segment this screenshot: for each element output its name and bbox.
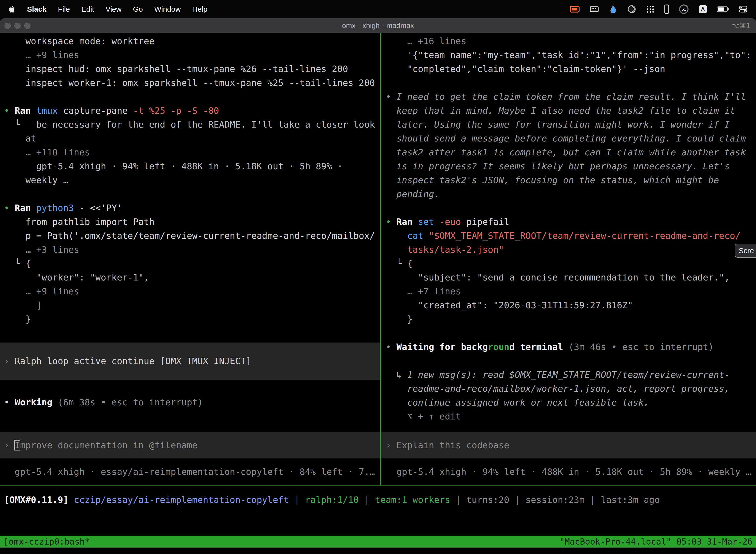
working-label: Working — [15, 397, 58, 407]
menu-edit[interactable]: Edit — [76, 5, 100, 13]
working-status-line: • Working (6m 38s • esc to interrupt) — [4, 395, 380, 409]
command-string: "$OMX_TEAM_STATE_ROOT/team/review-curren… — [429, 231, 740, 241]
composer-input[interactable]: › Improve documentation in @filename — [0, 432, 380, 458]
output-line: inspect_worker-1: omx sparkshell --tmux-… — [4, 76, 380, 90]
tmux-pane-left[interactable]: workspace_mode: worktree … +9 lines insp… — [0, 33, 380, 485]
menu-view[interactable]: View — [100, 5, 127, 13]
composer-placeholder: Explain this codebase — [396, 440, 509, 450]
menu-file[interactable]: File — [52, 5, 75, 13]
mailbox-message-line: continue assigned work or next feasible … — [386, 396, 756, 409]
droplet-icon[interactable] — [609, 5, 618, 14]
window-title-bar[interactable]: omx --xhigh --madmax ⌥⌘1 — [0, 18, 756, 33]
menu-window[interactable]: Window — [148, 5, 187, 13]
app-menu-slack[interactable]: Slack — [21, 5, 52, 13]
separator: | — [359, 495, 375, 505]
command-name: python3 — [36, 203, 79, 213]
composer-input[interactable]: › Explain this codebase — [381, 432, 756, 458]
output-line: inspect_hud: omx sparkshell --tmux-pane … — [4, 62, 380, 76]
ellipsis-line: … +110 lines — [4, 146, 380, 159]
ellipsis-line: … +7 lines — [386, 284, 756, 298]
result-line: weekly … — [4, 173, 380, 187]
ran-label: Ran — [396, 217, 418, 227]
command-arg: - <<'PY' — [79, 203, 122, 213]
omx-project-path: cczip/essay/ai-reimplementation-copyleft — [74, 495, 289, 505]
tmux-host-clock: "MacBook-Pro-44.local" 05:03 31-Mar-26 — [560, 535, 753, 549]
window-title: omx --xhigh --madmax — [0, 21, 756, 30]
waiting-status-line: • Waiting for background terminal (3m 46… — [386, 340, 756, 354]
dots-grid-icon[interactable] — [646, 5, 655, 14]
tmux-pane-right[interactable]: … +16 lines '{"team_name":"my-team","tas… — [381, 33, 756, 485]
result-line: } — [4, 312, 380, 326]
close-button[interactable] — [4, 22, 11, 29]
code-line: p = Path('.omx/state/team/review-current… — [4, 229, 380, 243]
menu-bar: Slack File Edit View Go Window Help 61 A — [0, 0, 756, 18]
waiting-label: d terminal — [509, 342, 568, 352]
ran-label: Ran — [15, 203, 36, 213]
menu-help[interactable]: Help — [187, 5, 213, 13]
menu-bar-status-icons: 61 A — [569, 4, 751, 14]
command-flags: -euo — [440, 217, 466, 227]
ran-command-line: • Ran python3 - <<'PY' — [4, 201, 380, 215]
blank-line — [4, 90, 380, 104]
ellipsis-line: … +16 lines — [386, 34, 756, 48]
swirl-app-icon[interactable] — [627, 4, 636, 14]
edit-hint: ⌥ + ↑ edit — [386, 409, 756, 424]
omx-last-activity: last:3m ago — [601, 495, 660, 505]
input-source-letter: A — [701, 6, 705, 13]
result-line: ] — [4, 298, 380, 312]
tmux-status-bar: [omx-cczip0:bash* "MacBook-Pro-44.local"… — [0, 536, 756, 548]
apple-menu-icon[interactable] — [5, 5, 21, 13]
omx-version: [OMX#0.11.9] — [4, 495, 74, 505]
minimize-button[interactable] — [14, 22, 20, 29]
command-arg: capture-pane — [63, 106, 133, 116]
pane-footer-status: gpt-5.4 xhigh · 94% left · 488K in · 5.1… — [386, 465, 756, 479]
result-line: "worker": "worker-1", — [4, 271, 380, 284]
working-timer: (6m 38s • esc to interrupt) — [58, 397, 203, 407]
keyboard-icon[interactable] — [589, 4, 599, 14]
text-cursor: I — [15, 440, 20, 450]
ellipsis-line: … +3 lines — [4, 243, 380, 257]
control-center-icon[interactable] — [739, 5, 748, 14]
thinking-text: I need to get the claim token from the c… — [396, 90, 756, 201]
screen-recording-icon[interactable] — [569, 4, 580, 14]
battery-percentage: 61 — [682, 7, 686, 12]
waiting-timer: (3m 46s • esc to interrupt) — [568, 342, 713, 352]
blank-line — [4, 326, 380, 340]
prompt-chevron: › — [4, 440, 15, 450]
bullet-icon: • — [4, 106, 15, 116]
battery-icon[interactable] — [717, 6, 729, 12]
command-name: cat — [407, 231, 429, 241]
code-indent — [386, 231, 407, 241]
omx-team-status: team:1 workers — [375, 495, 450, 505]
code-line: from pathlib import Path — [4, 215, 380, 229]
spinner-icon: • — [4, 397, 15, 407]
tooltip-text: Scre — [739, 246, 754, 255]
composer-line: › Explain this codebase — [386, 438, 509, 452]
separator: | — [450, 495, 466, 505]
menu-go[interactable]: Go — [127, 5, 148, 13]
injected-message-banner: › Ralph loop active continue [OMX_TMUX_I… — [0, 342, 380, 380]
tmux-session-window: [omx-cczip0:bash* — [3, 535, 90, 549]
input-source-icon[interactable]: A — [698, 5, 707, 14]
command-flags: -t %25 -p -S -80 — [133, 106, 219, 116]
prompt-chevron: › — [4, 356, 15, 366]
menu-bar-left: Slack File Edit View Go Window Help — [5, 5, 213, 13]
prompt-chevron: › — [386, 440, 396, 450]
ran-command-line: • Ran tmux capture-pane -t %25 -p -S -80 — [4, 104, 380, 118]
composer-placeholder: mprove documentation in @filename — [20, 440, 197, 450]
result-line: └ be necessary for the end of the README… — [4, 118, 380, 131]
zoom-button[interactable] — [24, 22, 30, 29]
output-line: "completed","claim_token":"claim-token"}… — [386, 62, 756, 76]
phone-mirroring-icon[interactable] — [664, 4, 669, 14]
ran-label: Ran — [15, 106, 36, 116]
omx-status-line: [OMX#0.11.9] cczip/essay/ai-reimplementa… — [4, 493, 660, 507]
tooltip: Scre — [735, 244, 756, 258]
ellipsis-line: … +9 lines — [4, 48, 380, 62]
battery-gauge-icon[interactable]: 61 — [679, 4, 689, 14]
output-line: '{"team_name":"my-team","task_id":"1","f… — [386, 48, 756, 62]
terminal: workspace_mode: worktree … +9 lines insp… — [0, 33, 756, 554]
output-line: workspace_mode: worktree — [4, 34, 380, 48]
bullet-icon: • — [386, 90, 391, 104]
ellipsis-line: … +9 lines — [4, 284, 380, 298]
bullet-icon: • — [386, 217, 396, 227]
